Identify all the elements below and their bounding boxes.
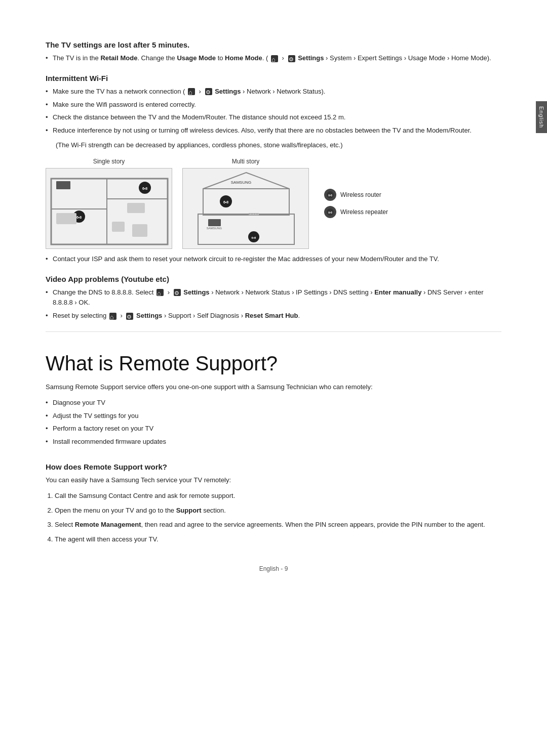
multi-story-label: Multi story (232, 158, 260, 165)
wifi-section: Intermittent Wi-Fi Make sure the TV has … (46, 74, 501, 265)
settings-icon-2 (205, 88, 212, 95)
video-app-section: Video App problems (Youtube etc) Change … (46, 275, 501, 321)
svg-rect-11 (127, 203, 145, 213)
rs-bullet-1: Diagnose your TV (46, 398, 501, 408)
svg-rect-13 (112, 222, 125, 232)
remote-support-intro: Samsung Remote Support service offers yo… (46, 382, 501, 393)
svg-text:6•8: 6•8 (142, 187, 147, 190)
svg-text:6•8: 6•8 (76, 216, 82, 219)
isp-note: Contact your ISP and ask them to reset y… (46, 254, 501, 265)
footer: English - 9 (46, 565, 501, 572)
wireless-repeater-label: Wireless repeater (340, 208, 388, 216)
svg-text:6•8: 6•8 (328, 194, 332, 197)
how-intro: You can easily have a Samsung Tech servi… (46, 475, 501, 486)
home-icon-4 (109, 313, 116, 320)
svg-text:SAMSUNG: SAMSUNG (231, 180, 251, 185)
router-icon: 6•8 (324, 189, 336, 201)
how-step-4: The agent will then access your TV. (55, 534, 501, 545)
svg-rect-10 (56, 213, 76, 224)
home-icon (271, 55, 278, 62)
single-story-label: Single story (93, 158, 125, 165)
settings-icon-4 (126, 313, 133, 320)
single-story-diagram: Single story (46, 158, 172, 249)
svg-rect-15 (203, 189, 289, 215)
video-app-bullet-2: Reset by selecting › Settings › Support … (46, 311, 501, 321)
how-section: How does Remote Support work? You can ea… (46, 463, 501, 545)
legend-box: 6•8 Wireless router 6•8 Wireless repeate… (319, 184, 393, 223)
legend-wireless-router: 6•8 Wireless router (324, 189, 388, 201)
tv-settings-title: The TV settings are lost after 5 minutes… (46, 40, 501, 49)
multi-story-diagram: Multi story SAMSUNG (182, 158, 309, 249)
wifi-title: Intermittent Wi-Fi (46, 74, 501, 82)
rs-bullet-3: Perform a factory reset on your TV (46, 424, 501, 434)
settings-icon-3 (174, 289, 181, 296)
wifi-note: (The Wi-Fi strength can be decreased by … (46, 140, 501, 151)
legend-wireless-repeater: 6•8 Wireless repeater (324, 206, 388, 218)
svg-rect-12 (132, 224, 147, 237)
svg-text:6•8: 6•8 (328, 211, 332, 214)
rs-bullet-4: Install recommended firmware updates (46, 437, 501, 447)
how-step-1: Call the Samsung Contact Centre and ask … (55, 491, 501, 501)
tv-settings-bullet1: The TV is in the Retail Mode. Change the… (46, 53, 501, 64)
wifi-bullet-3: Check the distance between the TV and th… (46, 112, 501, 123)
footer-label: English - 9 (259, 565, 288, 572)
settings-icon (288, 55, 295, 62)
rs-bullet-2: Adjust the TV settings for you (46, 411, 501, 422)
section-divider (46, 331, 501, 332)
svg-text:6•8: 6•8 (252, 236, 256, 239)
svg-rect-5 (56, 181, 70, 189)
home-icon-3 (157, 289, 164, 296)
tv-settings-section: The TV settings are lost after 5 minutes… (46, 40, 501, 64)
how-step-2: Open the menu on your TV and go to the S… (55, 506, 501, 516)
remote-support-title: What is Remote Support? (46, 352, 501, 375)
video-app-bullet-1: Change the DNS to 8.8.8.8. Select › Sett… (46, 287, 501, 309)
how-title: How does Remote Support work? (46, 463, 501, 471)
wifi-bullet-4: Reduce interference by not using or turn… (46, 125, 501, 136)
wifi-bullet-1: Make sure the TV has a network connectio… (46, 87, 501, 97)
home-icon-2 (188, 88, 195, 95)
repeater-icon: 6•8 (324, 206, 336, 218)
video-app-title: Video App problems (Youtube etc) (46, 275, 501, 283)
svg-rect-22 (208, 219, 221, 226)
wireless-router-label: Wireless router (340, 191, 381, 198)
svg-text:SAMSUNG: SAMSUNG (207, 227, 222, 230)
svg-text:6•8: 6•8 (223, 200, 228, 204)
diagrams-row: Single story (46, 158, 501, 249)
wifi-bullet-2: Make sure the Wifi password is entered c… (46, 100, 501, 110)
how-step-3: Select Remote Management, then read and … (55, 520, 501, 530)
remote-support-section: What is Remote Support? Samsung Remote S… (46, 352, 501, 447)
